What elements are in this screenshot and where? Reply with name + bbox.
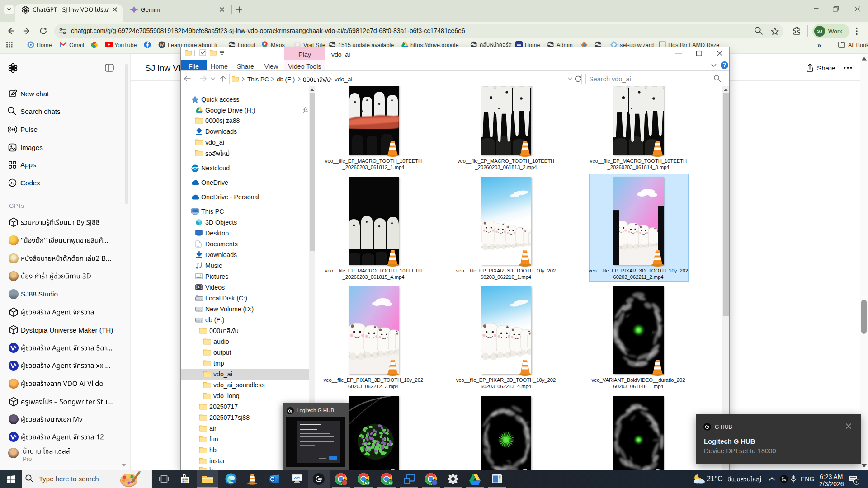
svg-text:W: W <box>160 42 164 47</box>
